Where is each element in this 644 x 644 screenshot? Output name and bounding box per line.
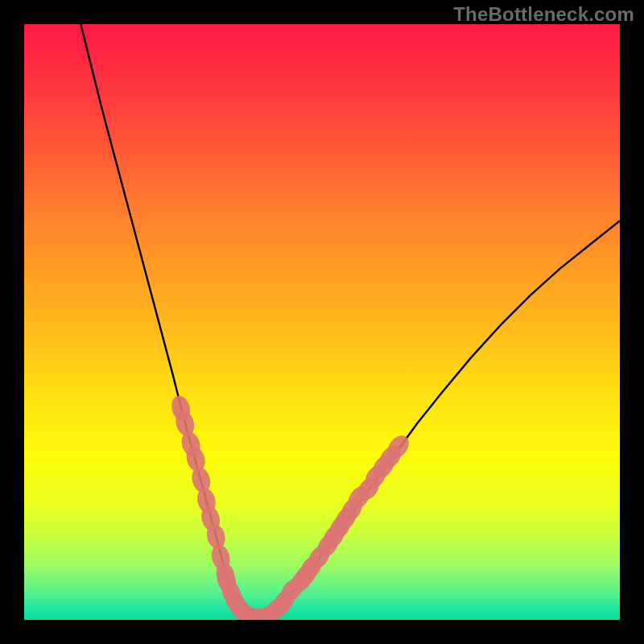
- bottleneck-chart: [24, 24, 620, 620]
- outer-frame: TheBottleneck.com: [0, 0, 644, 644]
- gradient-background: [24, 24, 620, 620]
- watermark-text: TheBottleneck.com: [453, 3, 634, 26]
